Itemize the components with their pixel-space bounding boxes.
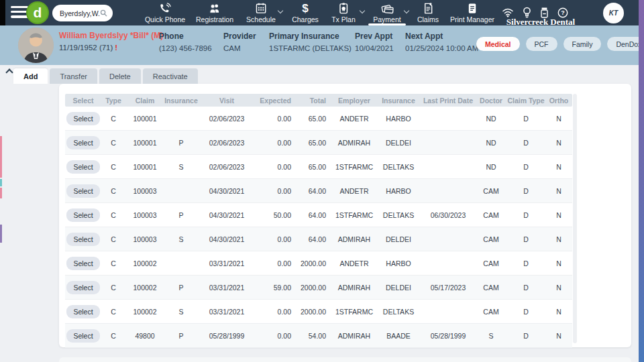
field-prev-appt: Prev Appt 10/04/2021 [355, 32, 394, 52]
table-cell: 100003 [125, 235, 164, 243]
tab-reactivate[interactable]: Reactivate [143, 68, 198, 84]
alert-mark: ! [115, 44, 117, 52]
table-cell: 0.00 [256, 235, 297, 243]
badge-family[interactable]: Family [564, 37, 602, 51]
toolbar-schedule[interactable]: Schedule [246, 2, 276, 25]
table-cell: 100002 [125, 259, 164, 267]
table-cell: N [545, 308, 572, 316]
table-scrollbar[interactable] [573, 94, 577, 343]
badge-medical[interactable]: Medical [476, 37, 520, 51]
table-cell: 2000.00 [297, 259, 332, 267]
select-button[interactable]: Select [66, 160, 99, 174]
toolbar-claims[interactable]: Claims [417, 2, 439, 25]
select-button[interactable]: Select [66, 136, 99, 149]
column-header: Visit [198, 97, 256, 105]
table-cell: 100003 [125, 211, 164, 219]
patient-identity: William Byerdslyy *Bill* (M) 11/19/1952 … [59, 31, 163, 52]
table-cell: D [506, 284, 545, 292]
table-cell: N [545, 235, 572, 243]
table-row: SelectC100001P02/06/20230.0065.00ADMIRAH… [65, 131, 572, 155]
column-header: Ortho [545, 97, 572, 105]
table-cell: C [101, 259, 125, 267]
column-header: Expected [256, 97, 297, 105]
field-primary-insurance: Primary Insurance 1STFARMC (DELTAKS) [269, 32, 352, 52]
table-cell: 0.00 [256, 115, 297, 123]
table-cell: 100001 [125, 115, 164, 123]
table-cell: N [545, 211, 572, 219]
table-cell: CAM [476, 235, 506, 243]
select-button[interactable]: Select [66, 233, 99, 246]
table-cell: D [506, 139, 545, 147]
column-header: Doctor [476, 97, 506, 105]
table-cell: D [506, 308, 545, 316]
table-cell: DELTAKS [376, 163, 421, 171]
table-cell: ANDETR [332, 259, 376, 267]
select-button[interactable]: Select [66, 184, 99, 198]
table-cell: C [101, 187, 125, 195]
badge-pcf[interactable]: PCF [526, 37, 557, 51]
table-row: SelectC100001S02/06/20230.0065.001STFARM… [65, 155, 572, 179]
table-cell: 0.00 [256, 139, 297, 147]
table-row: SelectC10000304/30/20210.0064.00ANDETRHA… [65, 179, 572, 203]
table-cell: 03/31/2021 [198, 259, 256, 267]
table-cell: CAM [476, 284, 506, 292]
select-button[interactable]: Select [66, 329, 99, 343]
tab-transfer[interactable]: Transfer [50, 68, 97, 84]
table-cell: D [506, 332, 545, 340]
table-cell: D [506, 187, 545, 195]
chevron-down-icon[interactable] [360, 9, 365, 13]
table-cell: C [101, 139, 125, 147]
toolbar-quick-phone[interactable]: Quick Phone [145, 2, 185, 25]
chevron-down-icon[interactable] [405, 9, 409, 13]
app-logo[interactable]: d [26, 1, 49, 24]
patient-banner: William Byerdslyy *Bill* (M) 11/19/1952 … [0, 25, 644, 65]
active-tab-underline [368, 23, 406, 25]
toolbar-tx-plan[interactable]: Tx Plan [331, 2, 356, 25]
table-cell: N [545, 284, 572, 292]
table-cell: 65.00 [297, 139, 332, 147]
toolbar-registration[interactable]: Registration [196, 2, 233, 25]
chevron-down-icon[interactable] [278, 9, 283, 13]
table-cell: 0.00 [256, 163, 297, 171]
people-icon [196, 2, 233, 15]
table-cell: 02/06/2023 [198, 115, 256, 123]
tab-delete[interactable]: Delete [99, 68, 141, 84]
page-icon [450, 2, 494, 15]
edge-artifact [0, 225, 2, 243]
column-header: Employer [332, 97, 376, 105]
toolbar-payment[interactable]: Payment [373, 2, 400, 25]
table-cell: 03/31/2021 [198, 284, 256, 292]
wifi-icon[interactable] [502, 7, 514, 17]
table-cell: 0.00 [256, 308, 297, 316]
table-cell: N [545, 259, 572, 267]
table-cell: ND [476, 139, 506, 147]
user-avatar[interactable]: KT [603, 3, 624, 23]
claims-table-card: SelectTypeClaimInsuranceVisitExpectedTot… [59, 84, 631, 347]
toolbar-print-manager[interactable]: Print Manager [450, 2, 494, 25]
table-cell: P [164, 284, 198, 292]
select-button[interactable]: Select [66, 257, 99, 270]
table-cell: S [164, 163, 198, 171]
select-button[interactable]: Select [66, 305, 99, 318]
table-cell: CAM [476, 259, 506, 267]
table-cell: C [101, 332, 125, 340]
table-cell: D [506, 163, 545, 171]
select-button[interactable]: Select [66, 112, 99, 125]
clipboard-tooth-icon [331, 2, 356, 15]
toolbar-charges[interactable]: $ Charges [292, 2, 319, 25]
tab-add[interactable]: Add [13, 68, 48, 84]
table-cell: D [506, 115, 545, 123]
table-cell: 65.00 [297, 163, 332, 171]
patient-name[interactable]: William Byerdslyy *Bill* (M) [59, 31, 163, 40]
patient-search-input[interactable]: Byerdslyy,W... [52, 5, 113, 21]
edge-artifact [0, 136, 2, 178]
table-cell: ND [476, 115, 506, 123]
patient-photo[interactable] [18, 27, 54, 63]
practice-name: Silvercreek Dental [506, 17, 575, 27]
table-cell: N [545, 187, 572, 195]
table-cell: 02/06/2023 [198, 163, 256, 171]
column-header: Claim [125, 97, 164, 105]
collapse-banner-icon[interactable] [7, 68, 13, 74]
select-button[interactable]: Select [66, 208, 99, 222]
select-button[interactable]: Select [66, 281, 99, 294]
